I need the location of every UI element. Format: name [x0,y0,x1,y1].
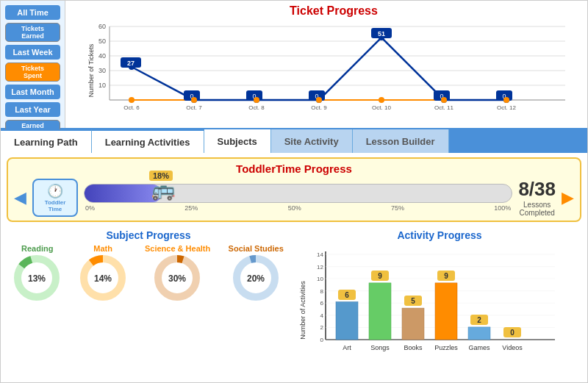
svg-text:8: 8 [320,288,324,295]
svg-text:Art: Art [343,344,351,351]
toddler-progress-section: ToddlerTime Progress ◀ 🕐 ToddlerTime 18%… [7,157,581,222]
next-arrow[interactable]: ▶ [562,188,574,207]
svg-text:Games: Games [468,344,490,351]
svg-point-35 [129,97,135,103]
chart-title: Ticket Progress [87,4,580,18]
svg-text:9: 9 [444,272,448,280]
svg-text:40: 40 [98,52,106,60]
bar-books [402,308,424,340]
svg-text:12: 12 [317,264,323,271]
science-donut: Science & Health 30% [145,244,210,302]
svg-text:10: 10 [98,82,106,89]
science-label: Science & Health [145,244,210,253]
svg-point-40 [441,97,447,103]
svg-point-39 [379,97,384,103]
activity-progress: Activity Progress Number of Activities [298,229,581,382]
progress-bar-section: 18% 🚌 0%25%50%75%100% [84,184,512,212]
svg-text:30%: 30% [168,273,186,284]
reading-chart: 13% [13,254,61,302]
svg-text:Songs: Songs [370,344,390,351]
svg-text:Total Tickets Spent: 0: Total Tickets Spent: 0 [383,114,440,115]
svg-text:2: 2 [477,316,481,324]
svg-text:Oct. 6: Oct. 6 [123,104,140,111]
bottom-section: Subject Progress Reading 13% Math [1,225,587,383]
social-donut: Social Studies 20% [229,244,284,302]
subject-progress: Subject Progress Reading 13% Math [7,229,290,382]
svg-text:30: 30 [98,67,106,74]
svg-text:Oct. 12: Oct. 12 [497,104,516,111]
svg-text:Oct. 10: Oct. 10 [372,104,391,111]
tab-learning-activities[interactable]: Learning Activities [92,129,204,153]
svg-text:Oct. 7: Oct. 7 [186,104,202,111]
social-chart: 20% [232,254,280,302]
progress-bar-inner: 🚌 [85,185,162,202]
math-label: Math [93,244,112,253]
btn-all-time[interactable]: All Time [5,5,60,20]
svg-point-41 [503,97,509,103]
math-donut: Math 14% [79,244,127,302]
bar-games [468,327,490,340]
btn-tickets-earned[interactable]: TicketsEarned [5,23,60,42]
prev-arrow[interactable]: ◀ [14,188,26,207]
ticket-chart-area: Ticket Progress Number of Tickets 60 50 … [65,1,587,128]
lessons-count: 8/38 [518,178,556,201]
math-chart: 14% [79,254,127,302]
lessons-label: LessonsCompleted [518,201,556,217]
science-chart: 30% [154,254,201,302]
svg-text:0: 0 [320,337,324,343]
svg-text:27: 27 [127,60,135,67]
svg-text:51: 51 [378,30,385,37]
svg-point-37 [254,97,259,103]
svg-point-36 [191,97,197,103]
reading-donut: Reading 13% [13,244,61,302]
tab-lesson-builder[interactable]: Lesson Builder [353,129,449,153]
bar-art [336,302,358,340]
svg-point-38 [316,97,322,103]
svg-text:Books: Books [404,344,423,351]
lessons-count-section: 8/38 LessonsCompleted [518,178,556,217]
activity-chart-svg: Number of Activities 0 2 [298,244,562,362]
svg-text:6: 6 [320,300,324,307]
svg-text:Oct. 11: Oct. 11 [434,104,453,111]
bar-puzzles [435,283,457,340]
svg-text:Puzzles: Puzzles [434,344,458,351]
ticket-chart-svg: Number of Tickets 60 50 40 30 10 [87,19,580,115]
toddler-icon: 🕐 ToddlerTime [32,179,78,217]
tab-subjects[interactable]: Subjects [204,129,271,153]
svg-text:Videos: Videos [502,344,523,351]
activity-progress-title: Activity Progress [298,229,581,241]
btn-last-week[interactable]: Last Week [5,45,60,60]
progress-markers: 0%25%50%75%100% [84,204,512,212]
svg-text:0: 0 [510,329,514,337]
svg-text:14: 14 [317,251,323,258]
btn-tickets-spent[interactable]: TicketsSpent [5,62,60,82]
svg-text:50: 50 [98,37,106,45]
svg-text:14%: 14% [94,273,112,284]
svg-text:Number of Tickets: Number of Tickets [87,43,95,97]
progress-bar-outer: 🚌 [84,184,512,203]
activity-chart-container: Number of Activities 0 2 [298,244,581,362]
svg-text:4: 4 [320,312,324,319]
subject-progress-title: Subject Progress [7,229,290,241]
svg-text:13%: 13% [28,273,46,284]
bar-songs [369,283,391,340]
svg-text:9: 9 [378,272,382,280]
social-label: Social Studies [229,244,284,253]
svg-text:Oct. 9: Oct. 9 [311,104,327,111]
btn-last-month[interactable]: Last Month [5,85,60,99]
svg-text:6: 6 [345,291,349,299]
svg-text:5: 5 [411,297,415,305]
donut-charts: Reading 13% Math 14% [7,244,290,302]
tab-site-activity[interactable]: Site Activity [271,129,353,153]
svg-text:Total Tickets Earned: 78: Total Tickets Earned: 78 [251,114,314,115]
bus-icon: 🚌 [151,179,175,201]
svg-text:Oct. 8: Oct. 8 [248,104,265,111]
tab-learning-path[interactable]: Learning Path [1,129,92,153]
svg-text:2: 2 [320,324,324,331]
btn-last-year[interactable]: Last Year [5,102,60,117]
reading-label: Reading [21,244,53,253]
svg-text:60: 60 [98,23,106,30]
svg-text:20%: 20% [247,273,265,284]
svg-text:Number of Activities: Number of Activities [299,281,306,340]
sidebar: All Time TicketsEarned Last Week Tickets… [1,1,65,128]
